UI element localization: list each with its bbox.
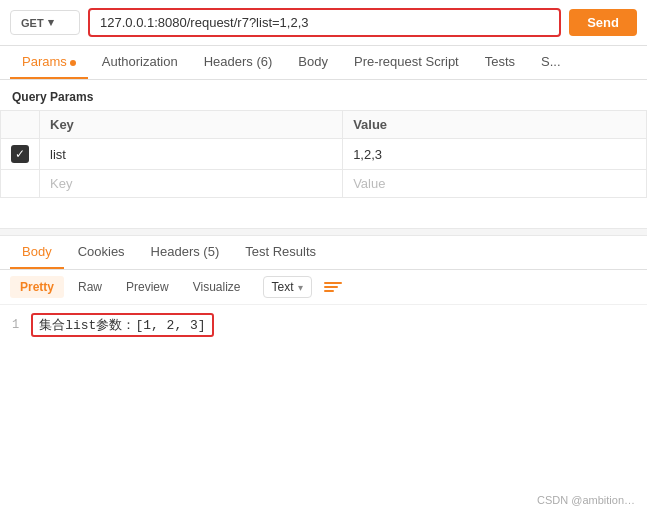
url-input[interactable]	[88, 8, 561, 37]
text-select-label: Text	[272, 280, 294, 294]
format-preview[interactable]: Preview	[116, 276, 179, 298]
filter-lines-icon[interactable]	[324, 282, 342, 292]
text-select[interactable]: Text ▾	[263, 276, 312, 298]
resp-tab-test-results[interactable]: Test Results	[233, 236, 328, 269]
send-button[interactable]: Send	[569, 9, 637, 36]
tab-body[interactable]: Body	[286, 46, 340, 79]
code-content-1: 集合list参数：[1, 2, 3]	[31, 313, 213, 337]
row1-checkbox-cell[interactable]: ✓	[1, 139, 40, 170]
watermark: CSDN @ambition…	[537, 494, 635, 506]
url-bar: GET ▾ Send	[0, 0, 647, 46]
table-row: ✓ list 1,2,3	[1, 139, 647, 170]
key-placeholder: Key	[50, 176, 72, 191]
format-pretty[interactable]: Pretty	[10, 276, 64, 298]
filter-icon[interactable]	[324, 282, 342, 292]
tab-authorization[interactable]: Authorization	[90, 46, 190, 79]
line-number-1: 1	[12, 318, 19, 332]
row1-key[interactable]: list	[40, 139, 343, 170]
params-table: Key Value ✓ list 1,2,3 Key Value	[0, 110, 647, 198]
section-divider	[0, 228, 647, 236]
row1-value[interactable]: 1,2,3	[343, 139, 647, 170]
params-dot	[70, 60, 76, 66]
response-body: 1 集合list参数：[1, 2, 3]	[0, 305, 647, 345]
method-chevron: ▾	[48, 16, 54, 29]
request-tabs: Params Authorization Headers (6) Body Pr…	[0, 46, 647, 80]
value-placeholder: Value	[353, 176, 385, 191]
format-row: Pretty Raw Preview Visualize Text ▾	[0, 270, 647, 305]
col-check-header	[1, 111, 40, 139]
response-tabs: Body Cookies Headers (5) Test Results	[0, 236, 647, 270]
checkbox-checked-icon[interactable]: ✓	[11, 145, 29, 163]
tab-headers[interactable]: Headers (6)	[192, 46, 285, 79]
tab-settings[interactable]: S...	[529, 46, 573, 79]
tab-prerequest[interactable]: Pre-request Script	[342, 46, 471, 79]
col-key-header: Key	[40, 111, 343, 139]
tab-params[interactable]: Params	[10, 46, 88, 79]
resp-tab-cookies[interactable]: Cookies	[66, 236, 137, 269]
tab-tests[interactable]: Tests	[473, 46, 527, 79]
query-params-title: Query Params	[0, 80, 647, 110]
resp-tab-headers[interactable]: Headers (5)	[139, 236, 232, 269]
format-raw[interactable]: Raw	[68, 276, 112, 298]
method-select[interactable]: GET ▾	[10, 10, 80, 35]
table-row: Key Value	[1, 170, 647, 198]
method-label: GET	[21, 17, 44, 29]
resp-tab-body[interactable]: Body	[10, 236, 64, 269]
text-select-chevron: ▾	[298, 282, 303, 293]
row2-value[interactable]: Value	[343, 170, 647, 198]
format-visualize[interactable]: Visualize	[183, 276, 251, 298]
col-value-header: Value	[343, 111, 647, 139]
row2-key[interactable]: Key	[40, 170, 343, 198]
code-line-1: 1 集合list参数：[1, 2, 3]	[12, 313, 635, 337]
row2-checkbox-cell[interactable]	[1, 170, 40, 198]
